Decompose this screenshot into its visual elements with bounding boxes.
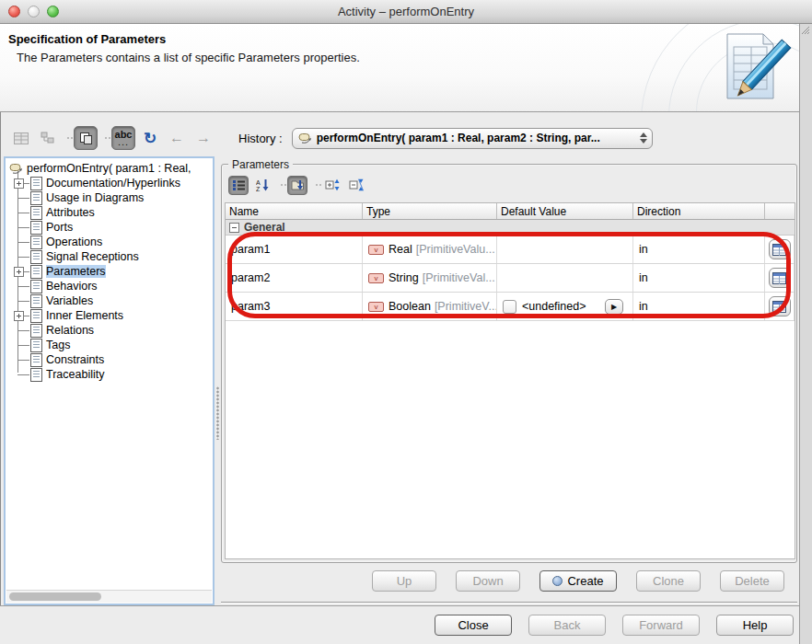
history-dropdown[interactable]: performOnEntry( param1 : Real, param2 : … bbox=[292, 128, 653, 149]
document-icon bbox=[30, 339, 42, 352]
tree-node-inner-elements[interactable]: Inner Elements bbox=[6, 308, 213, 323]
group-by-category-icon[interactable] bbox=[287, 176, 307, 195]
dropdown-stepper-icon bbox=[640, 132, 647, 144]
history-label: History : bbox=[238, 132, 283, 145]
standard-expert-mode-icon[interactable] bbox=[74, 126, 98, 150]
default-value-cell[interactable] bbox=[497, 236, 633, 263]
table-row-param2[interactable]: param2 v String [PrimitiveVal... in bbox=[226, 264, 795, 293]
tree-node-attributes[interactable]: Attributes bbox=[6, 205, 213, 220]
activity-icon bbox=[9, 163, 23, 174]
minimize-window-icon[interactable] bbox=[28, 6, 40, 17]
create-button[interactable]: Create bbox=[539, 570, 617, 592]
tree-node-variables[interactable]: Variables bbox=[6, 293, 213, 308]
tree-node-traceability[interactable]: Traceability bbox=[6, 367, 213, 382]
abc-mode-icon[interactable]: abc... bbox=[111, 126, 135, 150]
table-row-param1[interactable]: param1 v Real [PrimitiveValu... in bbox=[226, 236, 795, 264]
zoom-window-icon[interactable] bbox=[47, 6, 59, 17]
back-button[interactable]: Back bbox=[528, 615, 606, 636]
sort-alphabetically-icon[interactable]: AZ bbox=[252, 176, 273, 195]
parameters-panel: Parameters AZ bbox=[221, 156, 797, 603]
open-specification-button[interactable] bbox=[769, 296, 791, 316]
create-icon bbox=[552, 576, 563, 586]
name-cell[interactable]: param1 bbox=[226, 236, 363, 263]
tree-node-tags[interactable]: Tags bbox=[6, 338, 213, 352]
tree-root-node[interactable]: performOnEntry( param1 : Real, bbox=[6, 161, 213, 176]
document-icon bbox=[30, 353, 42, 367]
parameters-groupbox: Parameters AZ bbox=[221, 164, 797, 563]
expand-rows-icon[interactable] bbox=[322, 176, 342, 195]
value-expand-button[interactable]: ▶ bbox=[605, 299, 623, 315]
refresh-icon[interactable]: ↻ bbox=[138, 126, 162, 150]
properties-table-icon[interactable] bbox=[9, 126, 33, 150]
open-specification-button[interactable] bbox=[769, 268, 791, 288]
value-type-icon: v bbox=[368, 302, 384, 312]
document-icon bbox=[30, 191, 42, 205]
table-row-param3[interactable]: param3 v Boolean [PrimitiveV... <undefin… bbox=[226, 293, 795, 321]
close-button[interactable]: Close bbox=[435, 615, 512, 636]
direction-cell[interactable]: in bbox=[633, 264, 765, 292]
column-header-default-value[interactable]: Default Value bbox=[497, 203, 633, 219]
document-pencil-icon bbox=[712, 29, 793, 109]
tree-horizontal-scrollbar[interactable] bbox=[6, 590, 212, 603]
panel-splitter[interactable] bbox=[215, 156, 221, 605]
resize-grip-icon[interactable] bbox=[801, 26, 810, 35]
document-icon bbox=[30, 250, 42, 264]
tree-node-signal-receptions[interactable]: Signal Receptions bbox=[6, 249, 213, 264]
close-window-icon[interactable] bbox=[8, 6, 20, 17]
tree-node-operations[interactable]: Operations bbox=[6, 235, 213, 249]
tree-node-constraints[interactable]: Constraints bbox=[6, 352, 213, 367]
column-header-name[interactable]: Name bbox=[226, 203, 363, 219]
scrollbar-thumb[interactable] bbox=[9, 592, 101, 601]
name-cell[interactable]: param3 bbox=[226, 293, 363, 320]
open-specification-button[interactable] bbox=[769, 239, 791, 259]
page-title: Specification of Parameters bbox=[8, 32, 166, 46]
delete-button[interactable]: Delete bbox=[720, 570, 784, 592]
direction-cell[interactable]: in bbox=[633, 293, 765, 320]
default-value-cell[interactable]: <undefined> ▶ bbox=[497, 293, 633, 320]
type-cell[interactable]: v String [PrimitiveVal... bbox=[363, 264, 497, 292]
type-cell[interactable]: v Boolean [PrimitiveV... bbox=[363, 293, 497, 320]
checkbox[interactable] bbox=[503, 300, 516, 314]
tree-node-documentation[interactable]: Documentation/Hyperlinks bbox=[6, 176, 213, 190]
tree-node-behaviors[interactable]: Behaviors bbox=[6, 279, 213, 293]
group-row-general[interactable]: General bbox=[226, 220, 795, 236]
collapse-rows-icon[interactable] bbox=[346, 176, 366, 195]
column-header-direction[interactable]: Direction bbox=[633, 203, 765, 219]
back-arrow-icon[interactable]: ← bbox=[165, 126, 189, 150]
forward-button[interactable]: Forward bbox=[622, 615, 700, 636]
name-cell[interactable]: param2 bbox=[226, 264, 363, 292]
tree-node-ports[interactable]: Ports bbox=[6, 220, 213, 235]
toolbar-separator bbox=[316, 184, 318, 186]
default-value-cell[interactable] bbox=[497, 264, 633, 292]
tree-node-relations[interactable]: Relations bbox=[6, 323, 213, 338]
tree-node-label: performOnEntry( param1 : Real, bbox=[27, 162, 191, 175]
titlebar: Activity – performOnEntry bbox=[0, 0, 812, 24]
parameters-table: Name Type Default Value Direction Genera… bbox=[225, 202, 795, 559]
table-header: Name Type Default Value Direction bbox=[226, 203, 795, 220]
history-value: performOnEntry( param1 : Real, param2 : … bbox=[317, 132, 635, 144]
direction-cell[interactable]: in bbox=[633, 236, 765, 263]
clone-button[interactable]: Clone bbox=[636, 570, 701, 592]
expand-plus-icon[interactable] bbox=[14, 311, 24, 321]
document-icon bbox=[30, 221, 42, 235]
forward-arrow-icon[interactable]: → bbox=[191, 126, 215, 150]
groupbox-title: Parameters bbox=[228, 158, 293, 171]
collapse-minus-icon[interactable] bbox=[229, 223, 239, 233]
type-cell[interactable]: v Real [PrimitiveValu... bbox=[363, 236, 497, 263]
value-type-icon: v bbox=[368, 273, 384, 283]
expand-plus-icon[interactable] bbox=[14, 267, 24, 277]
show-columns-icon[interactable] bbox=[228, 176, 249, 195]
tree-node-usage-in-diagrams[interactable]: Usage in Diagrams bbox=[6, 190, 213, 205]
containment-tree-icon[interactable] bbox=[36, 126, 60, 150]
document-icon bbox=[30, 280, 42, 293]
down-button[interactable]: Down bbox=[456, 570, 520, 592]
tree-node-parameters[interactable]: Parameters bbox=[6, 264, 213, 279]
spec-nodes-tree: performOnEntry( param1 : Real, Documenta… bbox=[4, 156, 215, 605]
column-header-actions bbox=[765, 203, 795, 219]
page-description: The Parameters contains a list of specif… bbox=[17, 51, 360, 64]
help-button[interactable]: Help bbox=[716, 615, 794, 636]
expand-plus-icon[interactable] bbox=[14, 178, 24, 189]
up-button[interactable]: Up bbox=[372, 570, 436, 592]
column-header-type[interactable]: Type bbox=[363, 203, 497, 219]
spec-table-icon bbox=[772, 244, 786, 256]
